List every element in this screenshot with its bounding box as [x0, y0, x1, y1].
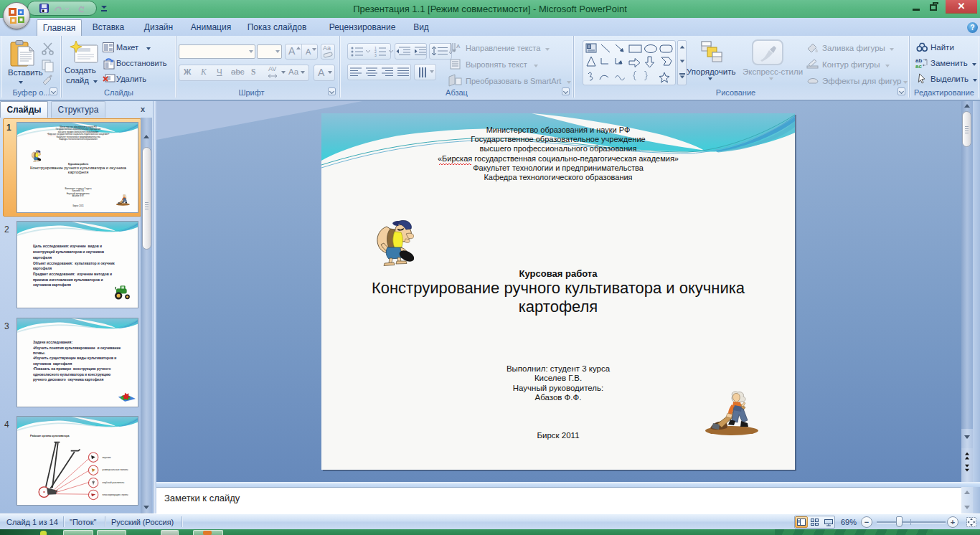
svg-text:ac: ac: [915, 63, 922, 69]
svg-text:плоскорежущие стрельчатые лапы: плоскорежущие стрельчатые лапы: [102, 493, 128, 496]
svg-text:3: 3: [374, 53, 377, 57]
svg-text:универсальные полольные лапы: универсальные полольные лапы: [102, 468, 128, 471]
svg-text:A: A: [456, 43, 461, 49]
svg-text:клубный рыхлитель: клубный рыхлитель: [102, 481, 124, 484]
svg-text:окучник: окучник: [102, 456, 110, 459]
